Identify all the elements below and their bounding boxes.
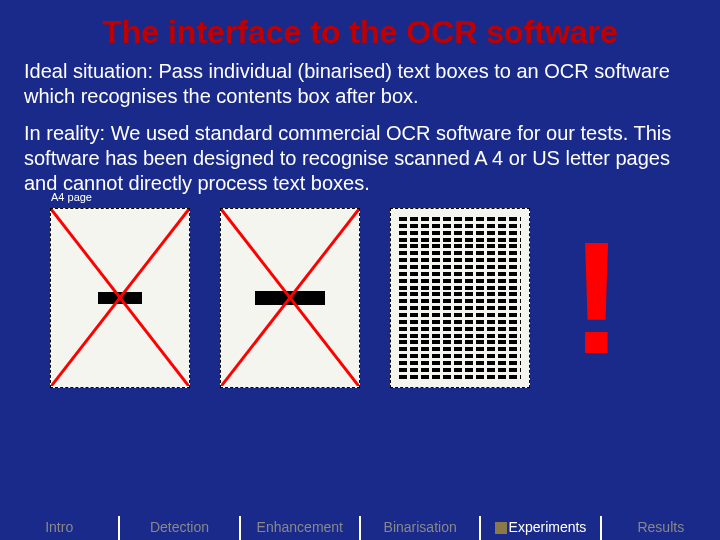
nav-intro[interactable]: Intro bbox=[0, 516, 118, 540]
a4-page-label: A4 page bbox=[51, 191, 92, 203]
nav-enhancement[interactable]: Enhancement bbox=[239, 516, 359, 540]
dense-text-fill bbox=[399, 217, 521, 379]
text-box-medium bbox=[255, 291, 325, 305]
paragraph-reality: In reality: We used standard commercial … bbox=[0, 121, 720, 196]
nav-bar: Intro Detection Enhancement Binarisation… bbox=[0, 516, 720, 540]
nav-detection[interactable]: Detection bbox=[118, 516, 238, 540]
slide-title: The interface to the OCR software bbox=[0, 0, 720, 59]
text-box-small bbox=[98, 292, 142, 304]
experiments-icon bbox=[495, 522, 507, 534]
nav-experiments-label: Experiments bbox=[509, 519, 587, 535]
paragraph-ideal: Ideal situation: Pass individual (binari… bbox=[0, 59, 720, 109]
nav-results[interactable]: Results bbox=[600, 516, 720, 540]
a4-page-sparse-small: A4 page bbox=[50, 208, 190, 388]
a4-page-sparse-medium bbox=[220, 208, 360, 388]
figure-row: A4 page ! bbox=[0, 208, 720, 388]
exclamation-mark: ! bbox=[570, 222, 623, 374]
nav-experiments[interactable]: Experiments bbox=[479, 516, 599, 540]
nav-binarisation[interactable]: Binarisation bbox=[359, 516, 479, 540]
a4-page-dense bbox=[390, 208, 530, 388]
